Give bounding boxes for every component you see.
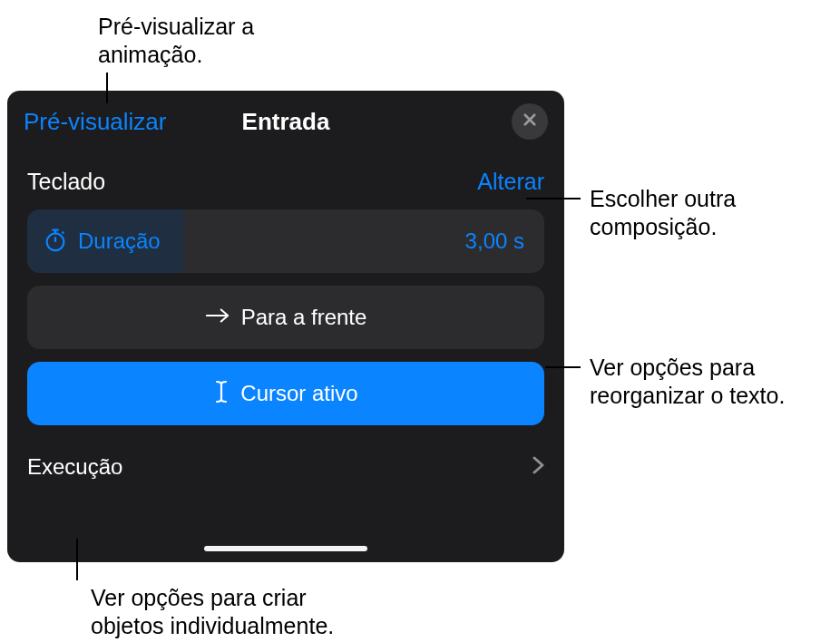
cursor-row[interactable]: Cursor ativo — [27, 362, 544, 425]
direction-row[interactable]: Para a frente — [27, 286, 544, 349]
callout-preview: Pré-visualizar a animação. — [98, 13, 254, 70]
callout-line — [526, 198, 581, 199]
cursor-label: Cursor ativo — [240, 381, 357, 406]
change-button[interactable]: Alterar — [477, 169, 544, 195]
delivery-row[interactable]: Execução — [7, 438, 564, 487]
build-section: Teclado Alterar Duração 3,00 s — [7, 149, 564, 425]
callout-direction: Ver opções para reorganizar o texto. — [590, 354, 825, 411]
home-grabber[interactable] — [204, 546, 367, 551]
chevron-right-icon — [532, 456, 544, 478]
preview-button[interactable]: Pré-visualizar — [24, 108, 167, 136]
callout-line — [76, 539, 78, 580]
arrow-right-icon — [205, 306, 230, 328]
callout-line — [545, 366, 581, 368]
delivery-label: Execução — [27, 454, 122, 480]
panel-title: Entrada — [242, 108, 330, 136]
duration-fill: Duração — [27, 209, 183, 273]
callout-exec: Ver opções para criar objetos individual… — [91, 584, 381, 641]
duration-value: 3,00 s — [465, 229, 524, 254]
section-header: Teclado Alterar — [27, 169, 544, 195]
stopwatch-icon — [42, 226, 69, 257]
section-label: Teclado — [27, 169, 105, 195]
text-cursor-icon — [213, 380, 230, 407]
svg-line-6 — [63, 232, 64, 234]
callout-line — [106, 73, 108, 103]
close-icon — [522, 112, 538, 131]
callout-alter: Escolher outra composição. — [590, 185, 816, 242]
duration-label: Duração — [78, 229, 161, 254]
duration-row[interactable]: Duração 3,00 s — [27, 209, 544, 273]
direction-label: Para a frente — [241, 305, 367, 330]
animation-panel: Pré-visualizar Entrada Teclado Alterar — [7, 91, 564, 562]
panel-header: Pré-visualizar Entrada — [7, 91, 564, 149]
close-button[interactable] — [512, 103, 548, 140]
